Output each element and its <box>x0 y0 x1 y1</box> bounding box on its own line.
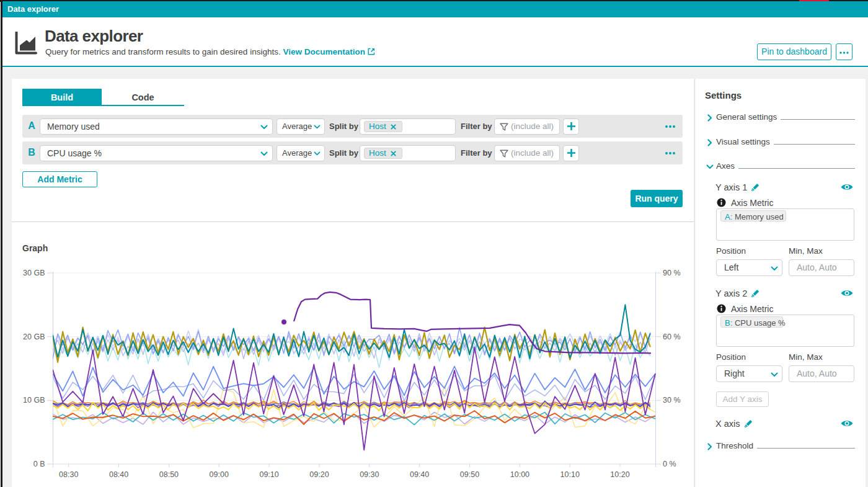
svg-text:10:10: 10:10 <box>560 470 580 479</box>
svg-text:10:20: 10:20 <box>610 470 629 479</box>
svg-text:09:20: 09:20 <box>309 470 329 479</box>
svg-text:20 GB: 20 GB <box>23 333 45 341</box>
svg-text:0 %: 0 % <box>663 460 676 468</box>
svg-text:30 %: 30 % <box>663 396 681 404</box>
svg-text:10:00: 10:00 <box>510 470 529 479</box>
svg-text:30 GB: 30 GB <box>23 269 45 277</box>
svg-text:08:50: 08:50 <box>159 470 179 479</box>
svg-text:08:30: 08:30 <box>59 470 78 479</box>
svg-text:90 %: 90 % <box>663 269 681 277</box>
svg-text:0 B: 0 B <box>33 460 45 468</box>
svg-text:09:00: 09:00 <box>210 470 229 479</box>
svg-text:09:40: 09:40 <box>410 470 429 479</box>
svg-text:09:30: 09:30 <box>360 470 379 479</box>
svg-text:08:40: 08:40 <box>109 470 128 479</box>
svg-text:09:10: 09:10 <box>259 470 278 479</box>
svg-text:60 %: 60 % <box>663 333 681 341</box>
svg-text:09:50: 09:50 <box>460 470 479 479</box>
svg-text:10 GB: 10 GB <box>23 396 45 404</box>
